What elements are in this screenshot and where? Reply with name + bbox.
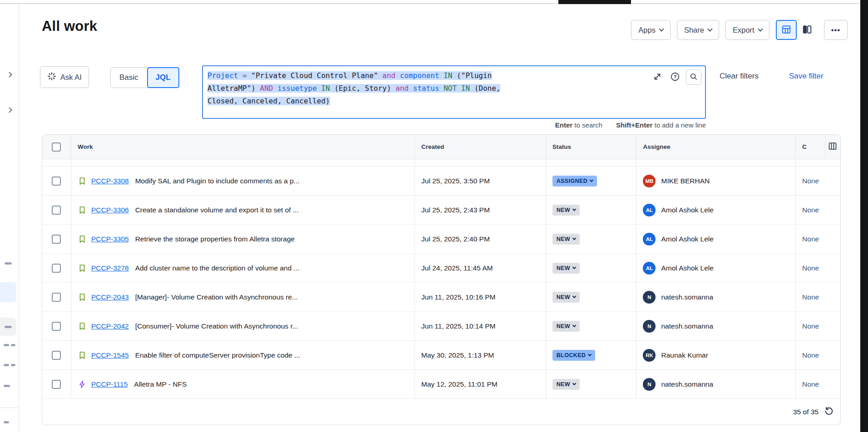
column-settings-button[interactable] xyxy=(828,142,837,152)
work-cell: PCCP-3306 Create a standalone volume and… xyxy=(71,196,414,224)
select-all-checkbox[interactable] xyxy=(52,142,61,152)
basic-mode-button[interactable]: Basic xyxy=(111,68,147,88)
created-cell: May 30, 2025, 1:13 PM xyxy=(414,341,546,369)
table-row: PCCP-2043 [Manager]- Volume Creation wit… xyxy=(42,283,840,312)
issue-summary[interactable]: [Consumer]- Volume Creation with Asynchr… xyxy=(135,322,298,330)
issue-summary[interactable]: Alletra MP - NFS xyxy=(134,380,187,388)
issue-summary[interactable]: Enable filter of computeServer provision… xyxy=(135,351,301,359)
issue-summary[interactable]: Add cluster name to the description of v… xyxy=(135,264,300,272)
table-view-button[interactable] xyxy=(776,20,797,40)
split-view-button[interactable] xyxy=(797,20,818,40)
table-row: PCCP-2042 [Consumer]- Volume Creation wi… xyxy=(42,312,840,341)
status-badge[interactable]: BLOCKED xyxy=(552,350,596,361)
status-badge[interactable]: NEW xyxy=(552,379,580,390)
status-badge[interactable]: NEW xyxy=(552,292,580,303)
c-value: None xyxy=(802,235,819,243)
c-value: None xyxy=(802,293,819,301)
created-cell: Jul 25, 2025, 3:50 PM xyxy=(414,167,546,195)
created-value: Jul 25, 2025, 2:43 PM xyxy=(421,206,490,214)
expand-editor-button[interactable] xyxy=(651,70,664,84)
assignee-name: Raunak Kumar xyxy=(661,351,708,359)
view-toggle xyxy=(776,20,818,40)
issue-key-link[interactable]: PCCP-3308 xyxy=(91,177,129,185)
issue-key-link[interactable]: PCCP-2042 xyxy=(91,322,129,330)
apps-button-label: Apps xyxy=(638,26,656,34)
avatar: AL xyxy=(643,204,656,216)
status-label: NEW xyxy=(557,294,570,300)
page-title: All work xyxy=(42,18,97,34)
status-badge[interactable]: NEW xyxy=(552,321,580,332)
issue-key-link[interactable]: PCCP-1115 xyxy=(91,380,128,388)
table-body: PCCP-3308 Modify SAL and Plugin to inclu… xyxy=(42,167,840,399)
column-header-assignee[interactable]: Assignee xyxy=(636,135,795,159)
select-row-checkbox[interactable] xyxy=(52,322,61,331)
issue-key-link[interactable]: PCCP-2043 xyxy=(91,293,129,301)
c-value: None xyxy=(802,177,819,185)
chevron-down-icon xyxy=(590,178,593,182)
export-button[interactable]: Export xyxy=(725,20,769,40)
syntax-help-button[interactable]: ? xyxy=(668,70,682,84)
sidebar-item-fragment xyxy=(11,364,15,366)
assignee-cell: AL Amol Ashok Lele xyxy=(636,225,795,253)
table-footer: 35 of 35 xyxy=(42,399,840,425)
select-row-checkbox[interactable] xyxy=(52,177,61,186)
story-icon xyxy=(78,293,87,302)
chevron-right-icon[interactable] xyxy=(6,107,12,113)
assignee-cell: RK Raunak Kumar xyxy=(636,341,795,369)
sidebar-item[interactable] xyxy=(0,318,16,336)
select-row-checkbox[interactable] xyxy=(52,264,61,273)
issue-summary[interactable]: Modify SAL and Plugin to include comment… xyxy=(135,177,300,185)
table-row: PCCP-3305 Retrieve the storage propertie… xyxy=(42,225,840,254)
assignee-cell: AL Amol Ashok Lele xyxy=(636,196,795,224)
status-label: NEW xyxy=(557,381,570,388)
save-filter-button[interactable]: Save filter xyxy=(789,72,824,81)
search-button[interactable] xyxy=(686,69,701,85)
status-badge[interactable]: NEW xyxy=(552,205,580,216)
work-cell: PCCP-3278 Add cluster name to the descri… xyxy=(71,254,414,282)
top-dark-bar xyxy=(558,0,631,4)
created-value: Jul 25, 2025, 2:40 PM xyxy=(421,235,490,243)
status-badge[interactable]: NEW xyxy=(552,234,580,245)
more-actions-button[interactable]: ••• xyxy=(824,20,848,40)
status-badge[interactable]: ASSIGNED xyxy=(552,176,597,187)
share-button[interactable]: Share xyxy=(677,20,719,40)
issue-summary[interactable]: Retrieve the storage properties from All… xyxy=(135,235,295,243)
select-cell xyxy=(42,341,71,369)
issue-key-link[interactable]: PCCP-3278 xyxy=(91,264,129,272)
column-header-status[interactable]: Status xyxy=(546,135,636,159)
c-value: None xyxy=(802,351,819,359)
select-row-checkbox[interactable] xyxy=(52,351,61,360)
status-badge[interactable]: NEW xyxy=(552,263,580,274)
status-cell: ASSIGNED xyxy=(546,167,636,195)
clear-filters-button[interactable]: Clear filters xyxy=(720,72,759,81)
select-row-checkbox[interactable] xyxy=(52,380,61,389)
status-label: ASSIGNED xyxy=(557,178,588,184)
assignee-cell: AL Amol Ashok Lele xyxy=(636,254,795,282)
issue-summary[interactable]: Create a standalone volume and export it… xyxy=(135,206,299,214)
select-row-checkbox[interactable] xyxy=(52,235,61,244)
right-edge-bar xyxy=(860,0,868,432)
chevron-down-icon xyxy=(572,382,576,385)
issue-key-link[interactable]: PCCP-3305 xyxy=(91,235,129,243)
ask-ai-button[interactable]: Ask AI xyxy=(40,66,89,88)
select-row-checkbox[interactable] xyxy=(52,206,61,215)
sidebar-item-fragment xyxy=(4,364,9,366)
created-cell: Jun 11, 2025, 10:14 PM xyxy=(414,312,546,340)
column-header-work[interactable]: Work xyxy=(71,135,414,159)
created-cell: Jul 25, 2025, 2:43 PM xyxy=(414,196,546,224)
column-header-c[interactable]: C xyxy=(795,135,825,159)
issue-summary[interactable]: [Manager]- Volume Creation with Asynchro… xyxy=(135,293,298,301)
result-count: 35 of 35 xyxy=(793,408,819,416)
column-header-created[interactable]: Created xyxy=(414,135,546,159)
jql-mode-button[interactable]: JQL xyxy=(147,67,179,88)
sidebar-selected-item[interactable] xyxy=(0,282,16,302)
avatar: N xyxy=(643,320,656,333)
issue-key-link[interactable]: PCCP-3306 xyxy=(91,206,129,214)
refresh-button[interactable] xyxy=(824,406,834,417)
select-row-checkbox[interactable] xyxy=(52,293,61,302)
chevron-right-icon[interactable] xyxy=(6,72,12,78)
work-cell: PCCP-1545 Enable filter of computeServer… xyxy=(71,341,414,369)
apps-button[interactable]: Apps xyxy=(631,20,671,40)
jql-input[interactable]: Project = "Private Cloud Control Plane" … xyxy=(202,65,706,119)
issue-key-link[interactable]: PCCP-1545 xyxy=(91,351,129,359)
